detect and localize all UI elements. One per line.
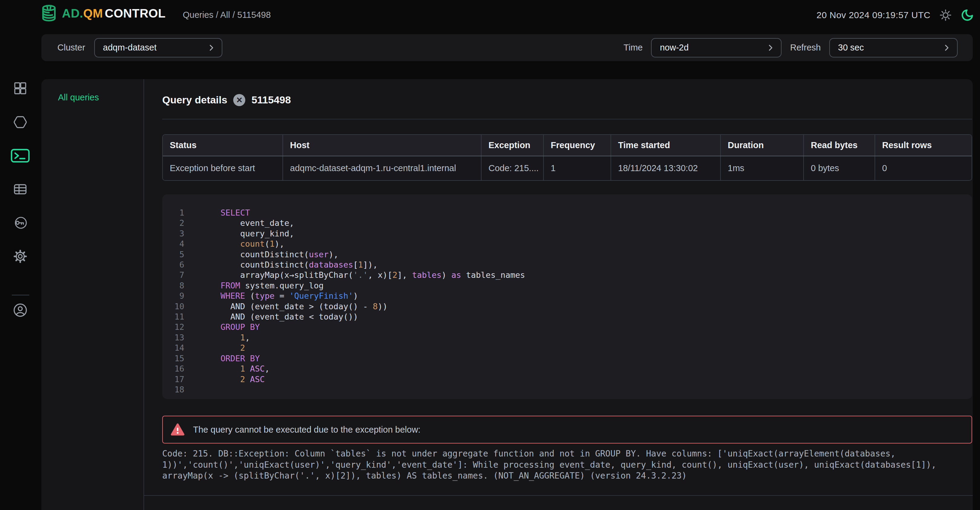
clear-query-button[interactable]: ✕	[233, 94, 245, 106]
exception-text: Code: 215. DB::Exception: Column `tables…	[162, 448, 972, 481]
exception-line: 1))','count()','uniqExact(user)','query_…	[162, 459, 972, 471]
error-alert: The query cannot be executed due to the …	[162, 416, 972, 443]
close-icon: ✕	[236, 96, 243, 104]
code-line: 11 AND (event_date < today())	[162, 312, 972, 322]
refresh-value: 30 sec	[838, 43, 864, 53]
sidebar-item-dashboard[interactable]	[13, 81, 27, 96]
warning-icon	[171, 423, 185, 436]
cluster-select[interactable]: adqm-dataset	[94, 38, 222, 57]
table-header-cell: Status	[163, 135, 282, 156]
alert-message: The query cannot be executed due to the …	[193, 425, 420, 435]
code-line: 4 count(1),	[162, 239, 972, 249]
line-number: 6	[162, 260, 184, 270]
query-details-content: Query details ✕ 5115498 StatusHostExcept…	[144, 79, 973, 510]
table-icon	[13, 182, 28, 196]
chevron-right-icon	[207, 43, 216, 52]
exception-line: Code: 215. DB::Exception: Column `tables…	[162, 448, 972, 459]
code-line: 15ORDER BY	[162, 354, 972, 364]
top-header: AD.QMCONTROL Queries / All / 5115498 20 …	[0, 0, 980, 30]
section-divider	[144, 495, 973, 496]
line-number: 9	[162, 291, 184, 301]
user-icon	[13, 302, 28, 318]
table-cell: 18/11/2024 13:30:02	[611, 156, 720, 180]
code-line: 18	[162, 384, 972, 395]
time-value: now-2d	[660, 43, 689, 53]
table-header-cell: Result rows	[875, 135, 972, 156]
code-line: 8FROM system.query_log	[162, 280, 972, 291]
queries-subnav: All queries	[41, 79, 144, 510]
key-icon	[13, 215, 28, 230]
code-line: 9WHERE (type = 'QueryFinish')	[162, 291, 972, 301]
code-line: 14 2	[162, 343, 972, 353]
table-header-cell: Read bytes	[803, 135, 875, 156]
moon-icon	[961, 8, 974, 22]
table-cell: 0	[875, 156, 972, 180]
refresh-label: Refresh	[790, 43, 821, 53]
code-line: 1SELECT	[162, 208, 972, 218]
table-row: Exception before startadqmc-dataset-adqm…	[163, 156, 972, 180]
refresh-select[interactable]: 30 sec	[829, 38, 958, 57]
breadcrumb: Queries / All / 5115498	[183, 10, 270, 20]
app-logo: AD.QMCONTROL	[40, 4, 165, 23]
line-number: 7	[162, 270, 184, 280]
table-cell: 0 bytes	[803, 156, 875, 180]
logo-text: AD.QMCONTROL	[62, 6, 165, 20]
line-number: 16	[162, 364, 184, 374]
sidebar	[0, 79, 41, 510]
line-number: 8	[162, 280, 184, 291]
sidebar-item-access-keys[interactable]	[13, 215, 28, 230]
sidebar-item-cluster[interactable]	[13, 115, 27, 129]
table-cell: Exception before start	[163, 156, 282, 180]
gear-icon	[13, 249, 27, 264]
table-header-cell: Exception	[481, 135, 543, 156]
cluster-value: adqm-dataset	[103, 43, 156, 53]
current-datetime: 20 Nov 2024 09:19:57 UTC	[816, 10, 931, 20]
line-number: 3	[162, 228, 184, 239]
subnav-item-all-queries[interactable]: All queries	[58, 92, 143, 102]
query-id: 5115498	[251, 94, 291, 106]
table-header-cell: Host	[282, 135, 481, 156]
code-line: 2 event_date,	[162, 218, 972, 228]
line-number: 5	[162, 249, 184, 260]
line-number: 2	[162, 218, 184, 228]
sidebar-item-queries[interactable]	[11, 148, 30, 163]
dark-theme-button[interactable]	[961, 8, 974, 22]
sidebar-item-tables[interactable]	[13, 182, 28, 196]
dashboard-grid-icon	[13, 81, 27, 96]
line-number: 18	[162, 384, 184, 395]
table-header-cell: Frequency	[543, 135, 611, 156]
line-number: 14	[162, 343, 184, 353]
line-number: 12	[162, 322, 184, 332]
exception-line: arrayMap(x -> (splitByChar('.', x)[2]), …	[162, 470, 972, 481]
table-header-cell: Time started	[611, 135, 720, 156]
time-select[interactable]: now-2d	[651, 38, 781, 57]
table-cell: Code: 215....	[481, 156, 543, 180]
table-cell: adqmc-dataset-adqm-1.ru-central1.interna…	[282, 156, 481, 180]
code-line: 12GROUP BY	[162, 322, 972, 332]
query-summary-table: StatusHostExceptionFrequencyTime started…	[162, 134, 972, 181]
line-number: 15	[162, 354, 184, 364]
table-cell: 1ms	[720, 156, 803, 180]
sidebar-item-settings[interactable]	[13, 249, 27, 264]
sidebar-item-account[interactable]	[13, 302, 28, 318]
table-header-row: StatusHostExceptionFrequencyTime started…	[163, 135, 972, 156]
time-label: Time	[624, 43, 643, 53]
line-number: 1	[162, 208, 184, 218]
line-number: 13	[162, 333, 184, 343]
code-line: 6 countDistinct(databases[1]),	[162, 260, 972, 270]
code-line: 10 AND (event_date > (today() - 8))	[162, 301, 972, 312]
line-number: 11	[162, 312, 184, 322]
query-details-header: Query details ✕ 5115498	[162, 79, 972, 120]
table-cell: 1	[543, 156, 611, 180]
sidebar-divider	[12, 295, 29, 295]
page-title: Query details	[162, 94, 227, 106]
light-theme-button[interactable]	[939, 8, 952, 22]
code-line: 3 query_kind,	[162, 228, 972, 239]
chevron-right-icon	[942, 43, 951, 52]
control-bar: Cluster adqm-dataset Time now-2d Refresh…	[41, 34, 973, 61]
sql-code-block[interactable]: 1SELECT2 event_date,3 query_kind,4 count…	[162, 194, 972, 399]
terminal-icon	[11, 148, 30, 163]
cluster-label: Cluster	[57, 43, 85, 53]
main-panel: All queries Query details ✕ 5115498 Stat…	[41, 79, 973, 510]
code-line: 5 countDistinct(user),	[162, 249, 972, 260]
